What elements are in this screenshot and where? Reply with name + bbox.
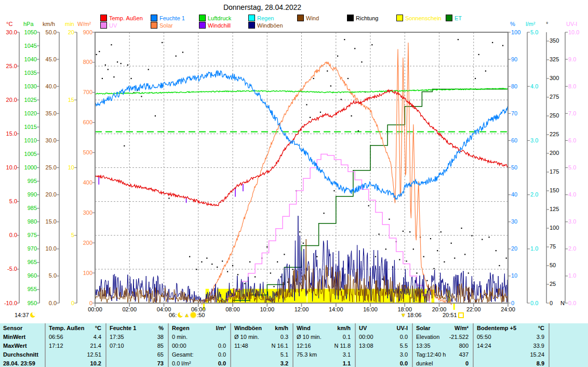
tick-label-humidity: 30 [511, 218, 517, 225]
cell-time: 13:08 [359, 343, 373, 349]
table-cell: 3.2 [234, 359, 288, 367]
tick-label-uv: 2.0 [568, 245, 576, 252]
tick-label-wind: 15.0 [46, 218, 57, 225]
tick-label-temp: 25.0 [6, 63, 17, 69]
tick-label-direction: 50 [550, 262, 556, 268]
tick-label-sunshine: 0 [71, 300, 74, 306]
cell-value: 38 [157, 334, 164, 340]
table-col-header: Feuchte 1% [110, 323, 164, 332]
tick-label-pressure: 950 [28, 300, 37, 306]
sunset-time-label: 20:51 [443, 312, 457, 318]
row-label-text: Durchschnitt [3, 351, 38, 358]
tick-label-temp: 5.0 [9, 198, 17, 204]
col-unit: °C [95, 325, 101, 331]
row-label-text: MinWert [3, 334, 25, 340]
tick-label-direction: 200 [550, 150, 559, 156]
tick-label-pressure: 990 [28, 191, 37, 198]
tick-label-pressure: 965 [28, 259, 37, 265]
cell-value: 33.9 [533, 343, 544, 349]
table-cell: 65 [110, 350, 164, 359]
table-row-label: MinWert [3, 332, 39, 341]
table-row-label: MaxWert [3, 341, 39, 350]
tick-label-solar: 600 [83, 119, 92, 125]
evening-time-label: 18:06 [407, 312, 422, 318]
tick-label-pressure: 1030 [24, 83, 37, 89]
table-col-feuchte-1: Feuchte 1%17:353807:10856573 [106, 323, 168, 367]
col-unit: % [158, 325, 164, 331]
table-cell: Ø 10 min.0.1 [297, 332, 351, 341]
tick-label-solar: 900 [83, 29, 92, 35]
table-separator [230, 323, 231, 367]
tick-label-wind: 35.0 [46, 110, 57, 116]
tick-label-solar: 700 [83, 89, 92, 95]
tick-label-direction: 250 [550, 112, 559, 119]
col-unit: °C [538, 325, 544, 331]
tick-label-rain: 4.0 [530, 83, 538, 89]
tick-label-direction: 300 [550, 75, 559, 81]
table-col-header: Windböenkm/h [234, 323, 288, 332]
table-cell: 0.0 l/m²0.0 [172, 359, 226, 367]
tick-label-direction: 0 [550, 300, 553, 306]
tick-label-wind: 0.0 [49, 300, 57, 306]
cell-value: 3.2 [280, 360, 288, 366]
col-name: Bodentemp +5 [477, 325, 516, 331]
table-separator [45, 323, 46, 367]
cell-time: Gesamt: [172, 351, 194, 358]
tick-label-humidity: 60 [511, 137, 517, 143]
col-name: Solar [416, 325, 431, 331]
table-col-windb-en: Windböenkm/hØ 10 min.0.311:48N 16.15.13.… [231, 323, 292, 367]
tick-label-humidity: 0 [511, 300, 514, 306]
tick-label-pressure: 1050 [24, 29, 37, 35]
table-separator [355, 323, 356, 367]
cell-value: 0.0 [218, 351, 226, 358]
cell-value: 4.4 [93, 334, 101, 340]
table-col-sensor: SensorMinWertMaxWertDurchschnitt28.04. 2… [0, 323, 44, 367]
tick-label-rain: 5.0 [530, 29, 538, 35]
tick-label-uv: 8.0 [568, 83, 576, 89]
cell-value: 10.2 [90, 360, 101, 366]
moonrise-marker: ▼ 18:06 [400, 312, 421, 318]
cell-time: 00:00 [172, 343, 186, 349]
moonset-icon [178, 312, 183, 318]
sunrise-time-suffix: :50 [197, 312, 205, 318]
time-axis-label: 08:00 [225, 306, 240, 312]
tick-label-rain: 0.0 [530, 300, 538, 306]
col-unit: UV-I [397, 325, 408, 331]
tick-label-pressure: 985 [28, 205, 37, 211]
table-cell: 05:503.9 [477, 332, 544, 341]
time-axis-label: 24:00 [501, 306, 515, 312]
cell-value: 437 [459, 351, 469, 358]
table-col-temp-au-en: Temp. Außen°C06:564.417:1221.412.5110.2 [46, 323, 105, 367]
cell-time: 14:24 [477, 343, 491, 349]
cell-time: 11:48 [234, 343, 248, 349]
cell-value: 0.0 [218, 343, 226, 349]
table-col-solar: SolarW/m²Elevation-21.52213:35800Tag:12:… [413, 323, 473, 367]
table-cell: 73 [110, 359, 164, 367]
table-row-label: Sensor [3, 323, 39, 332]
tick-label-solar: 200 [83, 240, 92, 246]
tick-label-uv: 9.0 [568, 56, 576, 62]
time-axis-label: 00:00 [88, 306, 102, 312]
cell-time: Ø 10 min. [297, 334, 322, 340]
table-col-header: Windkm/h [297, 323, 351, 332]
table-cell: 5.1 [234, 350, 288, 359]
cell-value: 3.9 [537, 334, 544, 340]
row-label-text: 28.04. 23:59 [3, 360, 35, 366]
tick-label-uv: 10.0 [568, 29, 579, 35]
table-separator [168, 323, 169, 367]
tick-label-direction: 225 [550, 131, 559, 137]
col-name: Wind [297, 325, 311, 331]
tick-label-wind: 30.0 [46, 137, 57, 143]
tick-label-pressure: 995 [28, 178, 37, 184]
table-cell: 1.1 [297, 359, 351, 367]
tick-label-rain: 3.0 [530, 137, 538, 143]
tick-label-uv: 6.0 [568, 137, 576, 143]
cell-value: 0.0 [400, 360, 408, 366]
tick-label-pressure: 1005 [24, 151, 37, 157]
tick-label-wind: 40.0 [46, 83, 57, 89]
cell-value: 5.1 [280, 351, 288, 358]
moon-time-label: 14:37 [15, 312, 29, 318]
table-separator [412, 323, 413, 367]
cell-time: Elevation [416, 334, 439, 340]
cell-time: 07:10 [110, 343, 124, 349]
